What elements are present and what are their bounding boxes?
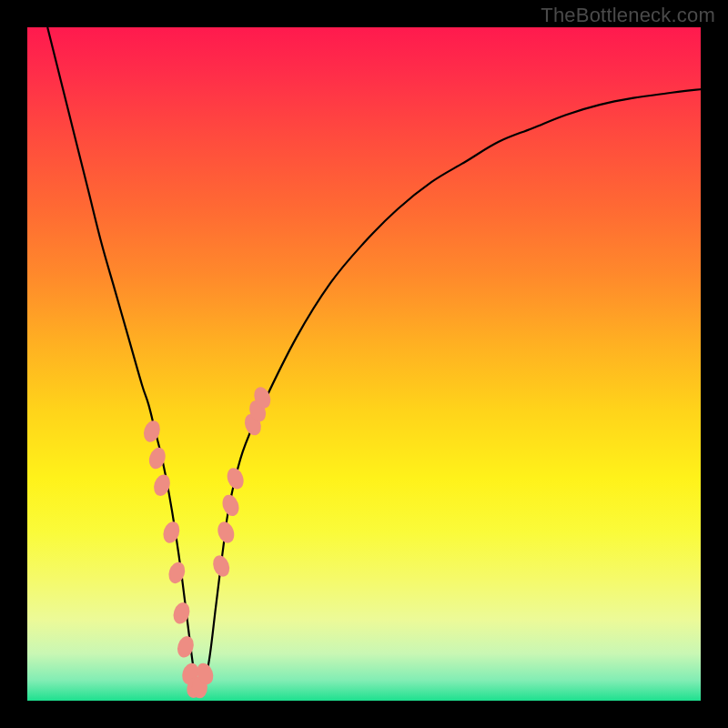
curve-marker (210, 553, 232, 579)
curve-marker (225, 466, 247, 491)
curve-marker (141, 419, 163, 444)
curve-marker (161, 520, 183, 545)
watermark-label: TheBottleneck.com (541, 4, 715, 27)
curve-marker (171, 601, 193, 626)
curve-marker (166, 560, 187, 585)
bottleneck-curve (47, 27, 701, 689)
curve-marker (215, 520, 237, 545)
curve-markers (141, 385, 273, 700)
curve-svg (27, 27, 701, 701)
plot-area (27, 27, 701, 701)
chart-frame: TheBottleneck.com (0, 0, 728, 728)
curve-marker (219, 492, 241, 518)
curve-marker (175, 634, 197, 660)
